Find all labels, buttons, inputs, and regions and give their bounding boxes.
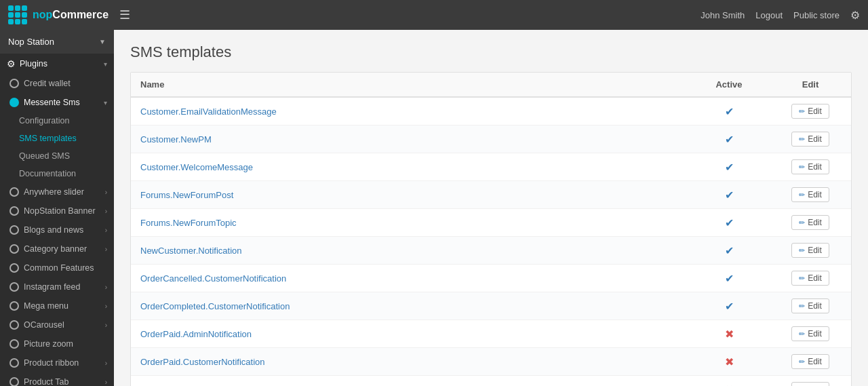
sidebar-item-blogs-and-news[interactable]: Blogs and news › <box>0 220 114 239</box>
edit-button[interactable]: ✏ Edit <box>791 326 829 341</box>
table-row: OrderPaid.CustomerNotification✖✏ Edit <box>131 348 851 376</box>
plugins-icon: ⚙ <box>7 58 16 69</box>
sidebar-item-label: Product ribbon <box>24 358 79 368</box>
sidebar-section-label: Nop Station <box>8 37 54 47</box>
table-cell-active: ✔ <box>688 97 770 126</box>
pencil-icon: ✏ <box>799 191 805 199</box>
table-cell-name: OrderCancelled.CustomerNotification <box>131 265 688 292</box>
table-body: Customer.EmailValidationMessage✔✏ EditCu… <box>131 97 851 386</box>
sidebar-item-label: Blogs and news <box>24 225 83 235</box>
logout-link[interactable]: Logout <box>755 10 783 20</box>
template-name-link[interactable]: Customer.EmailValidationMessage <box>140 107 277 117</box>
table-cell-name: NewCustomer.Notification <box>131 237 688 265</box>
gear-icon[interactable]: ⚙ <box>850 9 860 22</box>
template-name-link[interactable]: Customer.NewPM <box>140 134 212 144</box>
sidebar-item-nopstation-banner[interactable]: NopStation Banner › <box>0 201 114 220</box>
template-name-link[interactable]: NewCustomer.Notification <box>140 246 242 256</box>
sidebar-item-product-ribbon[interactable]: Product ribbon › <box>0 353 114 372</box>
table-cell-active: ✖ <box>688 320 770 348</box>
edit-button[interactable]: ✏ Edit <box>791 354 829 369</box>
sidebar-item-picture-zoom[interactable]: Picture zoom <box>0 334 114 353</box>
table-cell-edit: ✏ Edit <box>770 181 851 209</box>
table-row: Customer.WelcomeMessage✔✏ Edit <box>131 153 851 181</box>
brand-prefix: nop <box>33 9 52 20</box>
template-name-link[interactable]: OrderCancelled.CustomerNotification <box>140 273 286 284</box>
table-cell-name: Customer.EmailValidationMessage <box>131 97 688 126</box>
table-cell-edit: ✏ Edit <box>770 320 851 348</box>
table-row: Forums.NewForumPost✔✏ Edit <box>131 181 851 209</box>
table-cell-edit: ✏ Edit <box>770 237 851 265</box>
chevron-right-icon: › <box>105 284 107 291</box>
circle-icon <box>9 244 19 254</box>
circle-icon <box>9 320 19 330</box>
hamburger-icon[interactable]: ☰ <box>119 7 130 22</box>
template-name-link[interactable]: Customer.WelcomeMessage <box>140 162 253 172</box>
chevron-right-icon: › <box>105 379 107 386</box>
circle-icon <box>9 282 19 292</box>
sidebar-item-label: Anywhere slider <box>24 187 84 197</box>
table-cell-edit: ✏ Edit <box>770 97 851 126</box>
sidebar-item-category-banner[interactable]: Category banner › <box>0 239 114 258</box>
edit-button[interactable]: ✏ Edit <box>791 382 829 386</box>
main-content: SMS templates Name Active Edit Customer.… <box>114 30 868 386</box>
pencil-icon: ✏ <box>799 274 805 283</box>
sidebar-section-nop-station[interactable]: Nop Station ▼ <box>0 30 114 54</box>
check-icon: ✔ <box>725 217 734 229</box>
sidebar-item-instagram-feed[interactable]: Instagram feed › <box>0 277 114 296</box>
sidebar-item-queued-sms[interactable]: Queued SMS <box>0 147 114 165</box>
circle-icon <box>9 339 19 349</box>
sidebar-item-documentation[interactable]: Documentation <box>0 165 114 182</box>
edit-button[interactable]: ✏ Edit <box>791 215 829 230</box>
edit-button[interactable]: ✏ Edit <box>791 187 829 202</box>
template-name-link[interactable]: Forums.NewForumTopic <box>140 218 237 228</box>
edit-button[interactable]: ✏ Edit <box>791 298 829 313</box>
check-icon: ✔ <box>725 134 734 145</box>
pencil-icon: ✏ <box>799 163 805 172</box>
table-row: OrderPaid.VendorNotification✖✏ Edit <box>131 376 851 387</box>
template-name-link[interactable]: Forums.NewForumPost <box>140 190 233 200</box>
sidebar-item-mega-menu[interactable]: Mega menu › <box>0 296 114 315</box>
edit-button[interactable]: ✏ Edit <box>791 132 829 147</box>
sidebar-item-label: SMS templates <box>19 134 77 143</box>
sidebar-item-common-features[interactable]: Common Features <box>0 258 114 277</box>
sidebar-item-plugins[interactable]: ⚙ Plugins ▾ <box>0 54 114 74</box>
chevron-right-icon: › <box>105 208 107 215</box>
circle-icon <box>9 377 19 386</box>
template-name-link[interactable]: OrderPaid.CustomerNotification <box>140 357 265 367</box>
chevron-right-icon: › <box>105 227 107 234</box>
sidebar-item-credit-wallet[interactable]: Credit wallet <box>0 74 114 93</box>
cross-icon: ✖ <box>725 328 734 340</box>
public-store-link[interactable]: Public store <box>793 10 840 20</box>
cross-icon: ✖ <box>725 356 734 368</box>
sidebar-item-product-tab[interactable]: Product Tab › <box>0 372 114 386</box>
table-row: Customer.EmailValidationMessage✔✏ Edit <box>131 97 851 126</box>
table-cell-name: Forums.NewForumPost <box>131 181 688 209</box>
table-cell-edit: ✏ Edit <box>770 265 851 292</box>
template-name-link[interactable]: OrderPaid.AdminNotification <box>140 329 252 339</box>
table-cell-active: ✔ <box>688 209 770 237</box>
table-cell-name: OrderPaid.VendorNotification <box>131 376 688 387</box>
circle-icon <box>9 187 19 197</box>
chevron-right-icon: › <box>105 189 107 196</box>
edit-button[interactable]: ✏ Edit <box>791 243 829 258</box>
table-cell-edit: ✏ Edit <box>770 126 851 153</box>
chevron-right-icon: › <box>105 246 107 253</box>
table-cell-name: OrderPaid.CustomerNotification <box>131 348 688 376</box>
table-cell-name: OrderPaid.AdminNotification <box>131 320 688 348</box>
edit-button[interactable]: ✏ Edit <box>791 271 829 286</box>
table-cell-active: ✔ <box>688 181 770 209</box>
chevron-right-icon: › <box>105 360 107 367</box>
sidebar-plugins-label: Plugins <box>20 59 47 69</box>
cross-icon: ✖ <box>725 384 734 387</box>
sidebar-item-messente-sms[interactable]: Messente Sms ▾ <box>0 93 114 112</box>
sidebar-item-sms-templates[interactable]: SMS templates <box>0 130 114 147</box>
sidebar-item-anywhere-slider[interactable]: Anywhere slider › <box>0 182 114 201</box>
sidebar-item-configuration[interactable]: Configuration <box>0 112 114 130</box>
template-name-link[interactable]: OrderCompleted.CustomerNotification <box>140 301 290 311</box>
sidebar-item-ocarousel[interactable]: OCarousel › <box>0 315 114 334</box>
edit-button[interactable]: ✏ Edit <box>791 159 829 174</box>
edit-button[interactable]: ✏ Edit <box>791 104 829 119</box>
sidebar-item-label: Queued SMS <box>19 151 70 161</box>
chevron-right-icon: › <box>105 303 107 310</box>
col-header-edit: Edit <box>770 73 851 97</box>
